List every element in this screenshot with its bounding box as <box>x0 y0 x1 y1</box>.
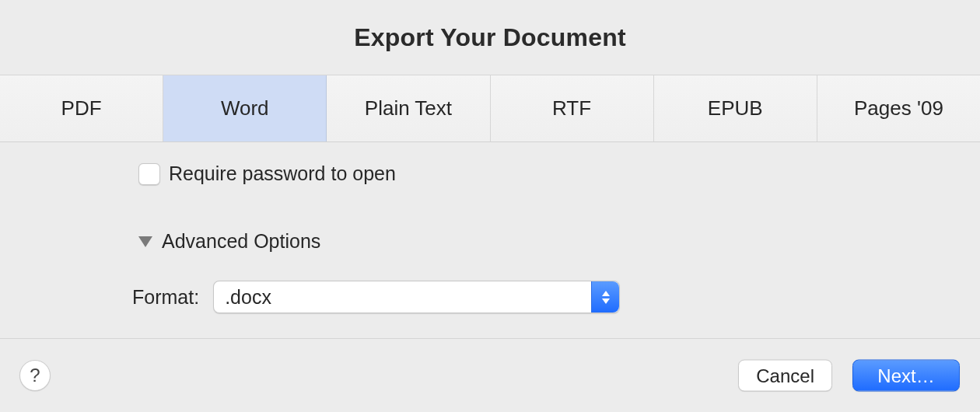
advanced-options-toggle[interactable]: Advanced Options <box>138 230 320 253</box>
require-password-label: Require password to open <box>169 162 396 185</box>
help-button[interactable]: ? <box>19 360 51 391</box>
advanced-options-label: Advanced Options <box>162 230 320 253</box>
export-dialog: Export Your Document PDF Word Plain Text… <box>0 0 980 412</box>
disclosure-triangle-icon <box>138 236 152 247</box>
tab-pages-09[interactable]: Pages '09 <box>817 75 980 141</box>
tab-rtf[interactable]: RTF <box>491 75 654 141</box>
title-area: Export Your Document <box>0 0 980 75</box>
cancel-button[interactable]: Cancel <box>738 360 832 392</box>
footer-buttons: Cancel Next… <box>738 360 960 392</box>
dialog-title: Export Your Document <box>354 23 626 52</box>
format-tab-strip: PDF Word Plain Text RTF EPUB Pages '09 <box>0 75 980 142</box>
tab-word[interactable]: Word <box>163 75 327 141</box>
next-button[interactable]: Next… <box>852 360 960 392</box>
require-password-checkbox[interactable] <box>138 163 160 185</box>
format-row: Format: .docx <box>132 281 620 313</box>
dialog-body: Require password to open Advanced Option… <box>0 142 980 338</box>
tab-pdf[interactable]: PDF <box>0 75 163 141</box>
require-password-row: Require password to open <box>138 162 396 185</box>
dialog-footer: ? Cancel Next… <box>0 338 980 412</box>
format-select-stepper[interactable] <box>591 281 619 312</box>
help-icon: ? <box>30 365 40 386</box>
format-label: Format: <box>132 286 199 309</box>
tab-epub[interactable]: EPUB <box>654 75 817 141</box>
format-selected-value: .docx <box>225 286 271 309</box>
chevron-up-icon <box>602 291 610 296</box>
chevron-down-icon <box>602 299 610 304</box>
tab-plain-text[interactable]: Plain Text <box>327 75 490 141</box>
format-select[interactable]: .docx <box>213 281 620 313</box>
